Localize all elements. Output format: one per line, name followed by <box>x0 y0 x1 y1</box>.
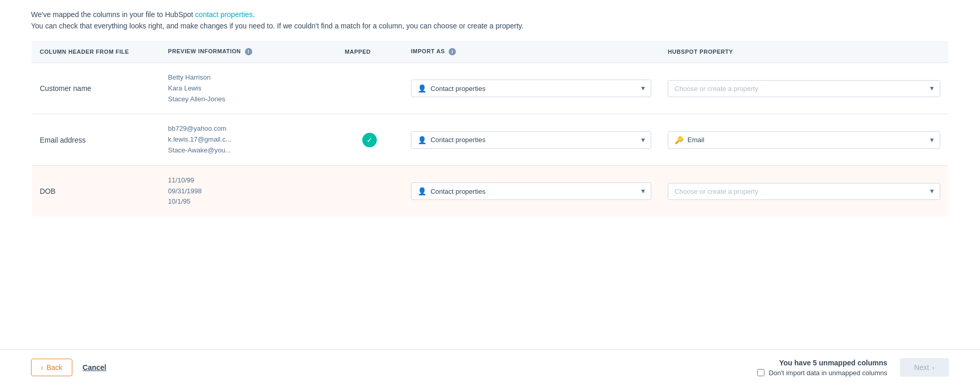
table-row: Customer name Betty Harrison Kara Lewis … <box>32 63 949 114</box>
th-hubspot-property: HUBSPOT PROPERTY <box>660 41 948 63</box>
import-as-label: Contact properties <box>431 136 485 144</box>
col-column-header: Customer name <box>32 63 160 114</box>
import-as-dropdown-row1[interactable]: 👤 Contact properties <box>411 80 651 97</box>
hubspot-prop-select-wrapper: Choose or create a property ▼ <box>668 183 940 200</box>
hubspot-prop-select-wrapper: Choose or create a property ▼ <box>668 80 940 97</box>
col-preview: Betty Harrison Kara Lewis Stacey Allen-J… <box>160 63 336 114</box>
hubspot-property-label: Email <box>687 136 705 144</box>
dont-import-label: Don't import data in unmapped columns <box>769 369 887 377</box>
next-button[interactable]: Next › <box>900 358 949 377</box>
table-body: Customer name Betty Harrison Kara Lewis … <box>32 63 949 217</box>
back-button[interactable]: ‹ Back <box>31 359 72 376</box>
unmapped-info: You have 5 unmapped columns Don't import… <box>757 359 887 377</box>
hubspot-property-dropdown-row1[interactable]: Choose or create a property <box>668 80 940 97</box>
sub-intro-text: You can check that everything looks righ… <box>31 22 949 30</box>
content-area: We've mapped the columns in your file to… <box>0 0 980 349</box>
hubspot-property-label: Choose or create a property <box>675 85 758 93</box>
import-as-dropdown-row3[interactable]: 👤 Contact properties <box>411 182 651 200</box>
mapping-table: COLUMN HEADER FROM FILE PREVIEW INFORMAT… <box>31 40 949 217</box>
import-as-select-wrapper: 👤 Contact properties ▼ <box>411 80 651 97</box>
col-hubspot-property: Choose or create a property ▼ <box>660 165 948 217</box>
import-as-info-icon[interactable]: i <box>449 48 456 55</box>
hubspot-property-dropdown-row3[interactable]: Choose or create a property <box>668 183 940 200</box>
person-icon: 👤 <box>418 136 426 144</box>
unmapped-title: You have 5 unmapped columns <box>757 359 887 367</box>
col-hubspot-property: 🔑 Email ▼ <box>660 114 948 165</box>
import-as-select-wrapper: 👤 Contact properties ▼ <box>411 131 651 149</box>
person-icon: 👤 <box>418 84 426 93</box>
hubspot-prop-select-wrapper: 🔑 Email ▼ <box>668 131 940 149</box>
mapped-check-icon: ✓ <box>362 133 377 147</box>
import-as-label: Contact properties <box>431 85 485 93</box>
page-wrapper: We've mapped the columns in your file to… <box>0 0 980 385</box>
col-hubspot-property: Choose or create a property ▼ <box>660 63 948 114</box>
col-preview: 11/10/99 09/31/1998 10/1/95 <box>160 165 336 217</box>
col-preview: bb729@yahoo.com k.lewis.17@gmail.c... St… <box>160 114 336 165</box>
hubspot-property-dropdown-row2[interactable]: 🔑 Email <box>668 131 940 149</box>
key-icon: 🔑 <box>675 136 683 144</box>
col-mapped-status <box>336 63 403 114</box>
th-mapped: MAPPED <box>336 41 403 63</box>
intro-prefix: We've mapped the columns in your file to… <box>31 10 195 19</box>
back-chevron-icon: ‹ <box>41 363 43 372</box>
col-column-header: Email address <box>32 114 160 165</box>
footer-left: ‹ Back Cancel <box>31 359 106 376</box>
footer-right: You have 5 unmapped columns Don't import… <box>757 358 949 377</box>
th-import-as: IMPORT AS i <box>403 41 660 63</box>
table-row: Email address bb729@yahoo.com k.lewis.17… <box>32 114 949 165</box>
back-label: Back <box>47 363 63 372</box>
preview-info-icon[interactable]: i <box>245 48 252 55</box>
table-row: DOB 11/10/99 09/31/1998 10/1/95 👤 Con <box>32 165 949 217</box>
th-preview: PREVIEW INFORMATION i <box>160 41 336 63</box>
col-import-as: 👤 Contact properties ▼ <box>403 165 660 217</box>
import-as-select-wrapper: 👤 Contact properties ▼ <box>411 182 651 200</box>
next-label: Next <box>914 363 929 372</box>
import-as-label: Contact properties <box>431 188 485 195</box>
hubspot-property-label: Choose or create a property <box>675 188 758 195</box>
col-import-as: 👤 Contact properties ▼ <box>403 63 660 114</box>
col-mapped-status: ✓ <box>336 114 403 165</box>
next-chevron-icon: › <box>932 363 935 372</box>
intro-mapped-text: We've mapped the columns in your file to… <box>31 10 949 19</box>
footer-bar: ‹ Back Cancel You have 5 unmapped column… <box>0 349 980 385</box>
intro-suffix: . <box>253 10 255 19</box>
dont-import-checkbox[interactable] <box>757 369 764 376</box>
dont-import-row: Don't import data in unmapped columns <box>757 369 887 377</box>
contact-properties-link[interactable]: contact properties <box>195 10 253 19</box>
col-import-as: 👤 Contact properties ▼ <box>403 114 660 165</box>
import-as-dropdown-row2[interactable]: 👤 Contact properties <box>411 131 651 149</box>
cancel-button[interactable]: Cancel <box>83 363 106 372</box>
col-mapped-status <box>336 165 403 217</box>
table-header: COLUMN HEADER FROM FILE PREVIEW INFORMAT… <box>32 41 949 63</box>
th-column-header: COLUMN HEADER FROM FILE <box>32 41 160 63</box>
person-icon: 👤 <box>418 187 426 195</box>
col-column-header: DOB <box>32 165 160 217</box>
